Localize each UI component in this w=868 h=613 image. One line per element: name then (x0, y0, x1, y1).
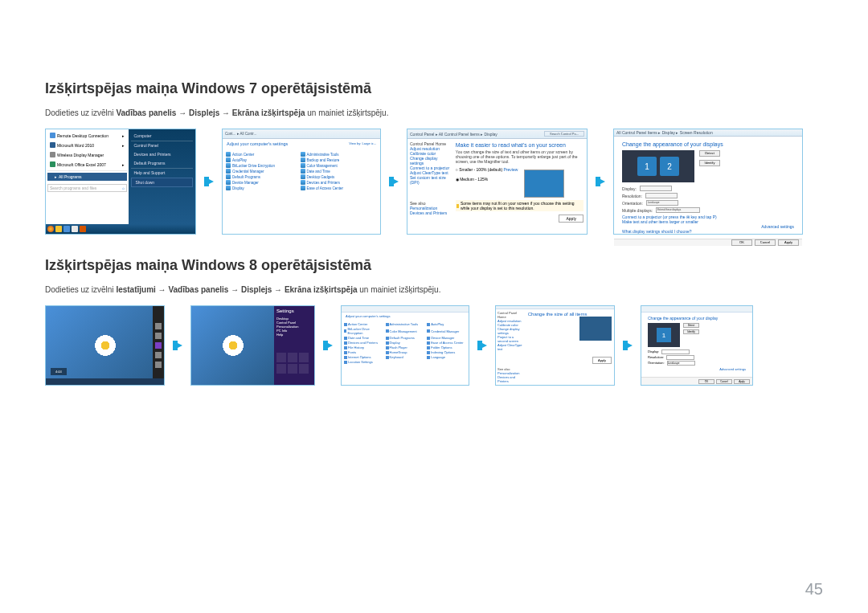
win8-resolution-screenshot: Change the appearance of your display 1 … (641, 305, 753, 386)
r8-title: Change the appearance of your display (648, 316, 746, 321)
side-link: Devices and Printers (410, 210, 450, 215)
cp-item: Device Manager (427, 336, 464, 340)
preview-monitor (579, 317, 612, 341)
advanced-link: Advanced settings (648, 367, 746, 371)
detect-button: Detect (683, 323, 699, 328)
all-programs: ▸ All Programs (47, 173, 127, 181)
cp-item: Devices and Printers (301, 180, 369, 185)
settings-charm-icon (155, 362, 162, 368)
cp-item: AutoPlay (226, 157, 294, 162)
cp-item: Default Programs (386, 336, 423, 340)
arrow-icon (320, 337, 336, 354)
cp-item: Color Management (386, 327, 423, 335)
start-item: Microsoft Word 2010▸ (47, 141, 127, 149)
arrow-icon (201, 173, 217, 190)
wallpaper-daisy (221, 333, 245, 358)
win8-desktop-screenshot: 4:44 (45, 305, 165, 386)
warning-icon (457, 204, 459, 208)
cp8-header (342, 306, 469, 313)
win7-row: Remote Desktop Connection▸ Microsoft Wor… (45, 129, 823, 235)
win8-heading: Izšķirtspējas maiņa Windows 8 operētājsi… (45, 257, 823, 274)
display-desc: You can change the size of text and othe… (456, 149, 583, 164)
side-link: Change display settings (410, 156, 450, 166)
apply-button: Apply (778, 239, 799, 246)
cp-item: BitLocker Drive Encryption (226, 163, 294, 168)
start-right-item: Computer (131, 132, 193, 140)
cp-item: Fonts (344, 350, 381, 354)
win8-display-screenshot: Control Panel Home Adjust resolution Cal… (495, 305, 615, 386)
wallpaper-daisy (93, 333, 117, 358)
size-option: ○ Smaller - 100% (default) Preview (456, 167, 518, 172)
apply-button: Apply (592, 357, 612, 364)
win8-control-panel-screenshot: Adjust your computer's settings Action C… (341, 305, 469, 386)
taskbar-icon (55, 226, 62, 232)
monitor-1: 1 (637, 157, 657, 176)
what-link: What display settings should I choose? (622, 229, 794, 234)
taskbar (46, 224, 195, 234)
settings-grid-icon (276, 353, 286, 362)
settings-grid-icon (276, 364, 286, 374)
warning: Some items may not fit on your screen if… (456, 200, 583, 211)
win7-heading: Izšķirtspējas maiņa Windows 7 operētājsi… (45, 80, 823, 97)
cp-item: Action Center (226, 152, 294, 157)
detect-button: Detect (699, 150, 720, 157)
settings-grid-icon (288, 353, 297, 362)
start-right-item: Devices and Printers (131, 150, 193, 158)
cp-item: Devices and Printers (344, 341, 381, 345)
cp-item: Indexing Options (427, 350, 464, 354)
ok-button: OK (698, 379, 714, 384)
res-title: Change the appearance of your displays (622, 141, 794, 147)
display-title: Make it easier to read what's on your sc… (456, 142, 583, 148)
time-overlay: 4:44 (51, 368, 67, 375)
cp8-title: Adjust your computer's settings (342, 313, 469, 320)
desc-prefix: Dodieties uz izvēlni (45, 285, 116, 294)
cp-item: Administrative Tools (301, 152, 369, 157)
arrow-icon (386, 173, 402, 190)
search-box: Search programs and files⌕ (47, 184, 127, 192)
taskbar-icon (80, 226, 86, 232)
cp-item: Date and Time (344, 336, 381, 340)
cp-item: Internet Options (344, 355, 381, 359)
cp-item: Location Settings (344, 360, 381, 364)
ok-button: OK (731, 239, 752, 246)
cp-item: Color Management (301, 163, 369, 168)
win8-settings-screenshot: Settings Desktop Control Panel Personali… (190, 305, 315, 386)
cp-item: Backup and Restore (301, 157, 369, 162)
cp-item: AutoPlay (427, 322, 464, 326)
identify-button: Identify (683, 329, 699, 334)
cp-item: Ease of Access Center (427, 341, 464, 345)
arrow-icon (620, 337, 636, 354)
arrow-icon (592, 173, 608, 190)
charms-bar (153, 306, 164, 385)
start-right-item: Control Panel (131, 141, 193, 149)
r8-header (641, 306, 752, 313)
arrow-icon (474, 337, 490, 354)
win7-start-menu-screenshot: Remote Desktop Connection▸ Microsoft Wor… (45, 129, 196, 235)
shutdown-button: Shut down (131, 178, 193, 187)
cp-breadcrumb: Cont... ▸ All Contr... (223, 129, 380, 139)
apply-button: Apply (734, 379, 750, 384)
monitor-preview: 1 2 (622, 150, 694, 182)
side-link: Project to a second screen (497, 335, 524, 343)
cp-title: Adjust your computer's settings (227, 141, 288, 146)
cp-item: Keyboard (386, 355, 423, 359)
arrow-icon (170, 337, 186, 354)
devices-charm-icon (155, 352, 162, 358)
cp-item: Language (427, 355, 464, 359)
size-option: ◉ Medium - 125% (456, 177, 518, 182)
cp-item: Device Manager (226, 180, 294, 185)
cp-item: Credential Manager (226, 169, 294, 174)
desc-prefix: Dodieties uz izvēlni (45, 108, 116, 117)
settings-item: Help (276, 333, 312, 337)
cancel-button: Cancel (716, 379, 732, 384)
res-breadcrumb: All Control Panel Items ▸ Display ▸ Scre… (614, 129, 802, 137)
start-orb-icon (47, 226, 54, 232)
desc-suffix: un mainiet izšķirtspēju. (305, 108, 388, 117)
taskbar (46, 378, 164, 385)
settings-grid-icon (299, 364, 309, 374)
page-number: 45 (805, 580, 823, 599)
start-item: Wireless Display Manager (47, 150, 127, 159)
cancel-button: Cancel (755, 239, 776, 246)
monitor-preview: 1 (648, 323, 680, 347)
desc-path: Vadības panelis → Displejs → Ekrāna izšķ… (116, 108, 305, 117)
